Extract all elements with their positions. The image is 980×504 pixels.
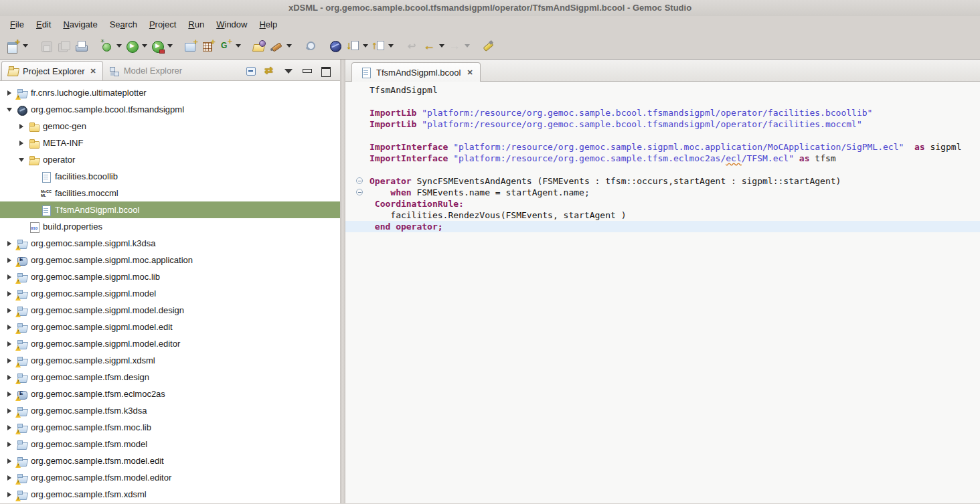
last-edit-location-button[interactable] [403,37,420,56]
menu-file[interactable]: File [4,17,30,31]
expander-icon[interactable] [16,155,27,165]
tree-item-org-gemoc-sample-tfsm-eclmoc2as[interactable]: org.gemoc.sample.tfsm.eclmoc2as [0,386,340,402]
menu-help[interactable]: Help [253,17,283,31]
expander-icon[interactable] [16,121,27,132]
search-button[interactable] [301,37,319,56]
expander-icon[interactable] [4,339,15,349]
view-menu-icon[interactable] [283,66,293,76]
debug-dropdown[interactable] [115,37,123,56]
panel-sash[interactable] [340,60,345,503]
new-gemoc-project-button[interactable] [182,37,199,56]
new-wizard-button[interactable] [4,37,21,56]
code-line[interactable]: ImportInterface "platform:/resource/org.… [345,153,980,164]
code-line[interactable] [345,164,980,175]
mark-occurrences-button[interactable] [479,37,497,56]
tree-item-org-gemoc-sample-sigpml-model-edit[interactable]: org.gemoc.sample.sigpml.model.edit [0,319,340,335]
code-editor[interactable]: TfsmAndSigpmlImportLib "platform:/resour… [345,82,980,503]
annotate-brush-button[interactable] [268,37,285,56]
menu-project[interactable]: Project [143,17,182,31]
tree-item-org-gemoc-sample-tfsm-xdsml[interactable]: org.gemoc.sample.tfsm.xdsml [0,486,340,503]
expander-icon[interactable] [4,473,15,483]
new-grid-button[interactable] [199,37,217,56]
tree-item-facilities-bcoollib[interactable]: facilities.bcoollib [0,168,340,185]
tree-item-fr-cnrs-luchogie-ultimateplotter[interactable]: fr.cnrs.luchogie.ultimateplotter [0,84,340,101]
gemoc-engine-dropdown[interactable] [234,37,242,56]
expander-icon[interactable] [4,355,15,366]
code-line[interactable] [345,96,980,107]
tree-item-org-gemoc-sample-tfsm-moc-lib[interactable]: org.gemoc.sample.tfsm.moc.lib [0,419,340,436]
code-line[interactable]: end operator; [345,221,980,232]
code-line[interactable] [345,130,980,141]
run-button[interactable] [123,37,141,56]
tree-item-facilities-moccml[interactable]: facilities.moccml [0,185,340,201]
expander-icon[interactable] [4,322,15,333]
menu-edit[interactable]: Edit [30,17,57,31]
tree-item-org-gemoc-sample-sigpml-xdsml[interactable]: org.gemoc.sample.sigpml.xdsml [0,352,340,369]
code-line[interactable]: ImportLib "platform:/resource/org.gemoc.… [345,107,980,118]
code-line[interactable]: CoordinationRule: [345,198,980,209]
expander-icon[interactable] [4,422,15,433]
tree-item-org-gemoc-sample-sigpml-model-editor[interactable]: org.gemoc.sample.sigpml.model.editor [0,335,340,352]
tab-model-explorer[interactable]: Model Explorer [103,61,188,80]
tree-item-org-gemoc-sample-sigpml-moc-lib[interactable]: org.gemoc.sample.sigpml.moc.lib [0,268,340,285]
debug-button[interactable] [98,37,115,56]
tree-item-org-gemoc-sample-bcool-tfsmandsigpml[interactable]: org.gemoc.sample.bcool.tfsmandsigpml [0,101,340,118]
next-annotation-dropdown[interactable] [361,37,370,56]
save-all-button[interactable] [55,37,72,56]
run-dropdown[interactable] [141,37,149,56]
next-annotation-button[interactable] [344,37,361,56]
close-icon[interactable] [467,68,473,77]
external-tools-button[interactable] [149,37,166,56]
expander-icon[interactable] [4,255,15,266]
code-line[interactable]: facilities.RendezVous(FSMEvents, startAg… [345,209,980,221]
tree-item-org-gemoc-sample-tfsm-model-editor[interactable]: org.gemoc.sample.tfsm.model.editor [0,469,340,486]
fold-collapse-icon[interactable] [356,189,363,195]
back-button[interactable] [420,37,438,56]
expander-icon[interactable] [4,372,15,383]
previous-annotation-dropdown[interactable] [387,37,395,56]
expander-icon[interactable] [4,88,15,98]
tree-item-operator[interactable]: operator [0,151,340,168]
web-browser-button[interactable] [327,37,344,56]
tree-item-org-gemoc-sample-sigpml-k3dsa[interactable]: org.gemoc.sample.sigpml.k3dsa [0,235,340,252]
external-tools-dropdown[interactable] [166,37,174,56]
back-dropdown[interactable] [438,37,446,56]
tree-item-org-gemoc-sample-sigpml-moc-application[interactable]: org.gemoc.sample.sigpml.moc.application [0,252,340,268]
tree-item-gemoc-gen[interactable]: gemoc-gen [0,118,340,135]
tree-item-meta-inf[interactable]: META-INF [0,135,340,151]
expander-icon[interactable] [4,456,15,467]
print-button[interactable] [72,37,90,56]
expander-icon[interactable] [4,489,15,500]
tree-item-tfsmandsigpml-bcool[interactable]: TfsmAndSigpml.bcool [0,201,340,218]
expander-icon[interactable] [16,138,27,149]
code-line[interactable]: when FSMEvents.name = startAgent.name; [345,187,980,198]
link-with-editor-icon[interactable] [264,66,274,76]
code-line[interactable]: Operator SyncFSMEventsAndAgents (FSMEven… [345,175,980,187]
maximize-icon[interactable] [321,66,331,76]
tree-item-org-gemoc-sample-tfsm-k3dsa[interactable]: org.gemoc.sample.tfsm.k3dsa [0,402,340,419]
tab-tfsmandsigpml-bcool[interactable]: TfsmAndSigpml.bcool [351,62,481,82]
close-icon[interactable] [90,67,96,76]
tree-item-org-gemoc-sample-sigpml-model-design[interactable]: org.gemoc.sample.sigpml.model.design [0,302,340,319]
fold-collapse-icon[interactable] [356,177,363,184]
expander-icon[interactable] [4,288,15,299]
code-line[interactable]: ImportInterface "platform:/resource/org.… [345,141,980,153]
tree-item-org-gemoc-sample-tfsm-model-edit[interactable]: org.gemoc.sample.tfsm.model.edit [0,452,340,469]
expander-icon[interactable] [4,104,15,115]
tree-item-build-properties[interactable]: build.properties [0,218,340,235]
expander-icon[interactable] [4,406,15,416]
save-button[interactable] [37,37,55,56]
previous-annotation-button[interactable] [370,37,387,56]
expander-icon[interactable] [4,238,15,249]
code-line[interactable]: TfsmAndSigpml [345,84,980,96]
menu-window[interactable]: Window [210,17,253,31]
forward-dropdown[interactable] [463,37,471,56]
forward-button[interactable] [446,37,463,56]
expander-icon[interactable] [4,439,15,450]
expander-icon[interactable] [4,272,15,282]
tab-project-explorer[interactable]: Project Explorer [1,61,103,80]
expander-icon[interactable] [4,305,15,316]
open-artifact-button[interactable] [250,37,268,56]
menu-search[interactable]: Search [104,17,143,31]
tree-item-org-gemoc-sample-sigpml-model[interactable]: org.gemoc.sample.sigpml.model [0,285,340,302]
